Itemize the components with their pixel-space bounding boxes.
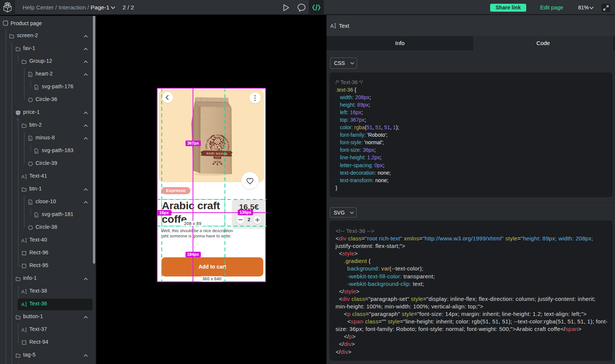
svg-text:A: A [21, 174, 25, 179]
svg-text:A: A [21, 327, 25, 332]
svg-text:A: A [330, 23, 334, 29]
svg-text:A: A [21, 238, 25, 243]
svg-text:A: A [21, 289, 25, 294]
svg-text:A: A [21, 302, 25, 307]
